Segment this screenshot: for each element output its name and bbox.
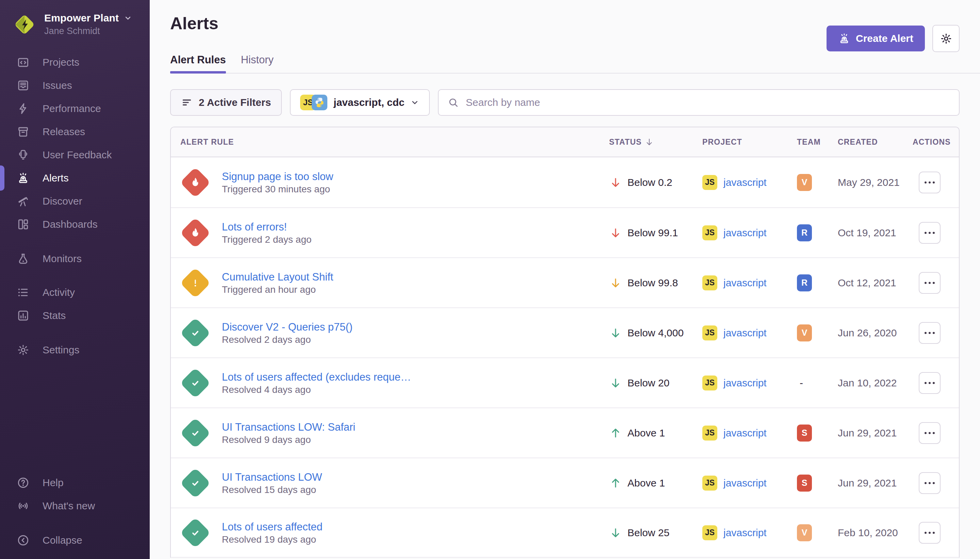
row-actions-button[interactable] xyxy=(919,422,940,444)
row-actions-button[interactable] xyxy=(919,372,940,394)
chevron-down-icon xyxy=(410,98,419,107)
tab-alert-rules[interactable]: Alert Rules xyxy=(170,54,226,73)
sidebar-item-settings[interactable]: Settings xyxy=(0,338,150,362)
created-date: Jan 10, 2022 xyxy=(838,377,912,389)
active-filters-button[interactable]: 2 Active Filters xyxy=(170,89,282,116)
alert-rule-activity: Resolved 9 days ago xyxy=(222,434,311,445)
sidebar-item-help[interactable]: Help xyxy=(0,471,150,495)
status-text: Above 1 xyxy=(627,477,665,489)
org-switcher[interactable]: Empower Plant Jane Schmidt xyxy=(0,0,150,36)
row-actions-button[interactable] xyxy=(919,172,940,194)
sidebar-item-what-s-new[interactable]: What's new xyxy=(0,495,150,518)
row-actions-button[interactable] xyxy=(919,272,940,294)
releases-icon xyxy=(16,125,30,138)
alert-rule-link[interactable]: Lots of users affected (excludes reque… xyxy=(222,370,411,384)
alert-rule-link[interactable]: UI Transactions LOW xyxy=(222,470,322,484)
project-cell: JSjavascript xyxy=(702,476,797,491)
search-field[interactable] xyxy=(438,89,960,116)
sidebar-item-monitors[interactable]: Monitors xyxy=(0,247,150,270)
alert-rule-activity: Triggered 2 days ago xyxy=(222,234,312,245)
trend-arrow-icon xyxy=(609,326,622,339)
alert-rule-link[interactable]: UI Transactions LOW: Safari xyxy=(222,420,355,434)
sidebar-item-label: Collapse xyxy=(43,534,82,546)
search-input[interactable] xyxy=(465,96,950,109)
sidebar-item-issues[interactable]: Issues xyxy=(0,74,150,97)
tab-history[interactable]: History xyxy=(241,54,274,73)
table-row: Cumulative Layout ShiftTriggered an hour… xyxy=(171,257,959,308)
javascript-platform-icon: JS xyxy=(702,225,717,240)
project-cell: JSjavascript xyxy=(702,175,797,190)
create-alert-button[interactable]: Create Alert xyxy=(827,26,925,51)
project-link[interactable]: javascript xyxy=(723,327,767,339)
project-selector[interactable]: JS javascript, cdc xyxy=(290,89,429,116)
actions-cell xyxy=(912,272,959,294)
create-alert-label: Create Alert xyxy=(856,33,913,44)
sidebar-item-activity[interactable]: Activity xyxy=(0,281,150,304)
table-row: Lots of errors!Triggered 2 days agoBelow… xyxy=(171,207,959,257)
sidebar-item-alerts[interactable]: Alerts xyxy=(0,167,150,190)
column-header-created[interactable]: CREATED xyxy=(838,137,912,147)
row-actions-button[interactable] xyxy=(919,522,940,544)
sort-desc-icon xyxy=(645,137,654,147)
column-header-status[interactable]: STATUS xyxy=(609,137,702,147)
alert-rule-cell: Lots of errors!Triggered 2 days ago xyxy=(171,220,609,245)
alert-rule-cell: Signup page is too slowTriggered 30 minu… xyxy=(171,170,609,195)
created-date: Jun 29, 2021 xyxy=(838,477,912,489)
trend-down-icon xyxy=(609,227,622,239)
project-link[interactable]: javascript xyxy=(723,477,767,489)
status-cell: Above 1 xyxy=(609,427,702,440)
project-link[interactable]: javascript xyxy=(723,427,767,439)
project-link[interactable]: javascript xyxy=(723,527,767,539)
trend-up-icon xyxy=(609,476,622,490)
alert-rule-link[interactable]: Signup page is too slow xyxy=(222,170,333,184)
project-link[interactable]: javascript xyxy=(723,277,767,289)
exclamation-icon xyxy=(188,276,202,290)
column-header-project[interactable]: PROJECT xyxy=(702,137,797,147)
sidebar-item-label: Settings xyxy=(43,344,79,356)
sidebar-item-user-feedback[interactable]: User Feedback xyxy=(0,143,150,167)
org-meta: Empower Plant Jane Schmidt xyxy=(44,12,132,36)
org-user-name: Jane Schmidt xyxy=(44,26,132,36)
sidebar-item-releases[interactable]: Releases xyxy=(0,120,150,143)
critical-status-icon xyxy=(180,217,211,248)
trend-arrow-icon xyxy=(609,526,622,539)
help-icon xyxy=(16,476,30,489)
siren-icon xyxy=(838,32,850,45)
row-actions-button[interactable] xyxy=(919,472,940,494)
project-link[interactable]: javascript xyxy=(723,377,767,389)
project-link[interactable]: javascript xyxy=(723,177,767,188)
alert-rule-link[interactable]: Lots of errors! xyxy=(222,220,312,234)
project-link[interactable]: javascript xyxy=(723,227,767,239)
row-actions-button[interactable] xyxy=(919,322,940,344)
project-cell: JSjavascript xyxy=(702,375,797,390)
sidebar-item-projects[interactable]: Projects xyxy=(0,51,150,74)
created-date: Feb 10, 2020 xyxy=(838,527,912,539)
actions-cell xyxy=(912,422,959,444)
actions-cell xyxy=(912,222,959,244)
alert-rule-link[interactable]: Cumulative Layout Shift xyxy=(222,270,333,284)
column-header-team[interactable]: TEAM xyxy=(797,137,838,147)
table-body: Signup page is too slowTriggered 30 minu… xyxy=(171,157,959,557)
status-cell: Below 4,000 xyxy=(609,326,702,339)
alerts-icon xyxy=(16,172,30,185)
sidebar-item-collapse[interactable]: Collapse xyxy=(0,529,150,552)
created-date: Oct 12, 2021 xyxy=(838,277,912,289)
status-cell: Above 1 xyxy=(609,476,702,490)
sidebar-item-performance[interactable]: Performance xyxy=(0,97,150,120)
sidebar-item-label: Projects xyxy=(43,56,79,68)
performance-icon xyxy=(16,102,30,115)
settings-button[interactable] xyxy=(932,25,960,52)
row-actions-button[interactable] xyxy=(919,222,940,244)
column-header-actions[interactable]: ACTIONS xyxy=(912,137,959,147)
sidebar-item-stats[interactable]: Stats xyxy=(0,304,150,327)
alert-rule-link[interactable]: Lots of users affected xyxy=(222,520,323,534)
sidebar-item-dashboards[interactable]: Dashboards xyxy=(0,213,150,236)
alert-rule-activity: Triggered 30 minutes ago xyxy=(222,184,330,194)
column-header-alert-rule[interactable]: ALERT RULE xyxy=(171,137,609,147)
alert-rule-link[interactable]: Discover V2 - Queries p75() xyxy=(222,320,353,334)
team-none: - xyxy=(797,377,803,389)
status-cell: Below 99.1 xyxy=(609,227,702,239)
sidebar-item-discover[interactable]: Discover xyxy=(0,190,150,213)
trend-arrow-icon xyxy=(609,276,622,289)
team-cell: V xyxy=(797,174,838,191)
